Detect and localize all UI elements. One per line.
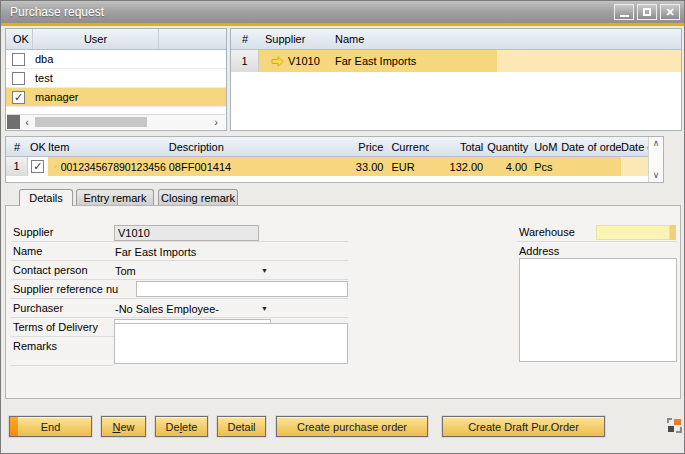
- chevron-down-icon[interactable]: ▼: [261, 264, 268, 278]
- purchaser-label: Purchaser: [13, 299, 63, 318]
- window-titlebar[interactable]: Purchase request: [1, 1, 684, 23]
- scrollbar-track[interactable]: ‹ ›: [20, 115, 225, 129]
- user-checkbox-test[interactable]: [12, 72, 25, 85]
- create-draft-pur-order-label: Create Draft Pur.Order: [468, 421, 579, 433]
- end-button[interactable]: End: [9, 416, 92, 437]
- user-name: test: [35, 72, 53, 84]
- supplier-field: V1010: [114, 225, 259, 241]
- item-uom[interactable]: Pcs: [531, 157, 561, 176]
- user-checkbox-manager[interactable]: ✓: [12, 91, 25, 104]
- purchaser-value: -No Sales Employee-: [115, 302, 219, 316]
- name-label: Name: [13, 242, 42, 261]
- item-currency[interactable]: EUR: [387, 157, 429, 176]
- scroll-up-icon[interactable]: ∧: [653, 139, 660, 148]
- items-col-description: Description: [166, 141, 310, 153]
- tab-entry-remark-label: Entry remark: [84, 192, 147, 204]
- tab-closing-remark-label: Closing remark: [161, 192, 235, 204]
- supplier-row[interactable]: 1 V1010 Far East Imports: [231, 50, 681, 72]
- warehouse-choose-from-list-handle[interactable]: [670, 225, 676, 240]
- delete-button[interactable]: Delete: [155, 416, 208, 437]
- scroll-left-icon[interactable]: ‹: [20, 116, 34, 128]
- supplier-reference-input[interactable]: [136, 281, 348, 297]
- supplier-row-number: 1: [231, 50, 259, 72]
- item-quantity[interactable]: 4.00: [487, 157, 531, 176]
- tab-details[interactable]: Details: [19, 189, 73, 206]
- user-row-dba[interactable]: dba: [6, 50, 226, 69]
- user-row-manager[interactable]: ✓ manager: [6, 88, 226, 107]
- suppliers-col-num: #: [231, 33, 259, 45]
- users-panel: OK User dba test ✓ manager ‹ ›: [5, 28, 227, 131]
- items-col-currency: Currenc: [387, 141, 429, 153]
- create-draft-pur-order-button[interactable]: Create Draft Pur.Order: [442, 416, 605, 437]
- item-description[interactable]: 08FF001414: [166, 157, 310, 176]
- users-horizontal-scrollbar[interactable]: ‹ ›: [7, 114, 225, 129]
- tab-entry-remark[interactable]: Entry remark: [76, 189, 154, 205]
- items-col-num: #: [6, 141, 28, 153]
- supplier-code-cell[interactable]: V1010: [259, 50, 331, 72]
- maximize-button[interactable]: [637, 4, 657, 20]
- supplier-label: Supplier: [13, 223, 53, 242]
- minimize-button[interactable]: [614, 4, 634, 20]
- items-vertical-scrollbar[interactable]: ∧ ∨: [648, 137, 663, 182]
- default-button-stripe: [10, 417, 18, 436]
- link-arrow-icon[interactable]: [271, 56, 284, 67]
- name-field: Far East Imports: [114, 245, 346, 261]
- item-date-of-order[interactable]: [561, 157, 621, 176]
- items-table-header: # OK Item Description Price Currenc Tota…: [6, 137, 663, 157]
- item-total[interactable]: 132.00: [429, 157, 487, 176]
- contact-person-value: Tom: [115, 264, 136, 278]
- remarks-row-separator: [11, 337, 114, 366]
- window-title: Purchase request: [10, 5, 104, 19]
- detail-button[interactable]: Detail: [217, 416, 266, 437]
- item-row[interactable]: 1 ✓ 001234567890123456 08FF001414 33.00 …: [6, 157, 663, 176]
- delete-button-label: Delete: [166, 421, 198, 433]
- address-textarea[interactable]: [519, 258, 677, 362]
- item-date-other[interactable]: [621, 157, 648, 176]
- suppliers-panel: # Supplier Name 1 V1010 Far East Imports: [230, 28, 682, 131]
- linked-document-icon[interactable]: [667, 418, 682, 433]
- scroll-down-icon[interactable]: ∨: [653, 171, 660, 180]
- items-col-price: Price: [310, 141, 388, 153]
- user-checkbox-dba[interactable]: [12, 53, 25, 66]
- purchaser-dropdown[interactable]: -No Sales Employee- ▼: [114, 301, 271, 317]
- close-icon: ✕: [665, 7, 674, 18]
- maximize-icon: [643, 8, 651, 16]
- scrollbar-thumb[interactable]: [35, 117, 147, 127]
- window-controls: ✕: [614, 4, 680, 20]
- supplier-code: V1010: [288, 55, 320, 67]
- user-name: dba: [35, 53, 53, 65]
- users-panel-header: OK User: [6, 29, 226, 50]
- supplier-reference-label: Supplier reference nu: [13, 280, 118, 299]
- item-checkbox[interactable]: ✓: [31, 160, 44, 173]
- create-purchase-order-button[interactable]: Create purchase order: [276, 416, 428, 437]
- link-arrow-icon[interactable]: [54, 161, 57, 172]
- items-col-item: Item: [48, 141, 166, 153]
- detail-button-label: Detail: [227, 421, 255, 433]
- suppliers-col-supplier: Supplier: [259, 33, 331, 45]
- scrollbar-corner-block: [7, 115, 20, 129]
- user-name: manager: [35, 91, 78, 103]
- terms-of-delivery-label: Terms of Delivery: [13, 318, 98, 337]
- user-row-test[interactable]: test: [6, 69, 226, 88]
- new-button[interactable]: New: [101, 416, 146, 437]
- supplier-name-cell[interactable]: Far East Imports: [331, 50, 497, 72]
- chevron-down-icon[interactable]: ▼: [261, 302, 268, 316]
- tab-closing-remark[interactable]: Closing remark: [158, 189, 238, 205]
- warehouse-input[interactable]: [596, 225, 670, 240]
- close-button[interactable]: ✕: [660, 4, 680, 20]
- remarks-textarea[interactable]: [114, 323, 348, 364]
- item-price[interactable]: 33.00: [310, 157, 388, 176]
- scroll-right-icon[interactable]: ›: [209, 116, 223, 128]
- contact-person-label: Contact person: [13, 261, 88, 280]
- items-col-date-of-order: Date of order: [561, 141, 621, 153]
- titlebar-accent-line: [1, 23, 684, 26]
- new-button-label: New: [112, 421, 134, 433]
- tab-details-label: Details: [29, 192, 63, 204]
- warehouse-label: Warehouse: [519, 223, 575, 242]
- items-col-ok: OK: [28, 141, 48, 153]
- users-col-user: User: [32, 29, 159, 49]
- item-code-cell[interactable]: 001234567890123456: [48, 157, 166, 176]
- contact-person-dropdown[interactable]: Tom ▼: [114, 263, 271, 279]
- item-ok-cell[interactable]: ✓: [28, 157, 48, 176]
- items-col-total: Total: [429, 141, 487, 153]
